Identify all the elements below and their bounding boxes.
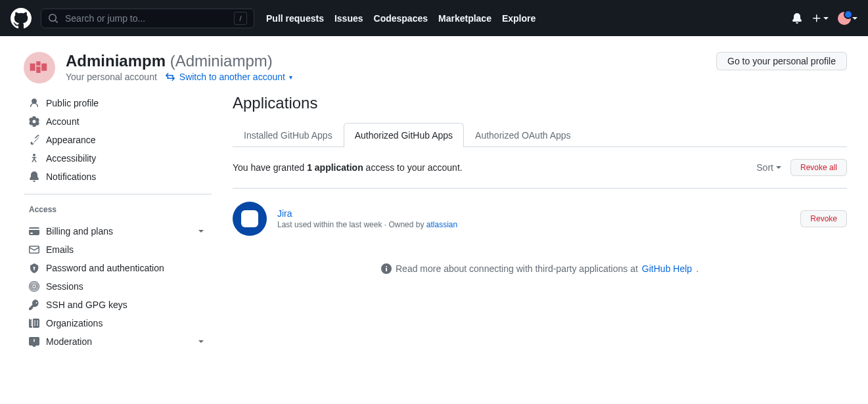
main-content: Applications Installed GitHub Apps Autho…: [233, 89, 847, 351]
nav-pull-requests[interactable]: Pull requests: [266, 13, 324, 24]
sidebar-item-public-profile[interactable]: Public profile: [24, 94, 212, 112]
avatar-icon: [29, 61, 50, 74]
create-new-dropdown[interactable]: [811, 13, 829, 24]
app-meta-text: Last used within the last week · Owned b…: [277, 220, 457, 229]
search-input[interactable]: [64, 12, 229, 24]
header-right: [792, 12, 857, 25]
user-avatar-menu[interactable]: [838, 12, 857, 25]
nav-issues[interactable]: Issues: [334, 13, 363, 24]
revoke-all-button[interactable]: Revoke all: [790, 159, 847, 176]
sidebar-item-password[interactable]: Password and authentication: [24, 259, 212, 277]
broadcast-icon: [29, 281, 39, 292]
jira-app-icon: [233, 202, 267, 236]
app-owner-link[interactable]: atlassian: [426, 220, 457, 229]
sidebar-item-accessibility[interactable]: Accessibility: [24, 149, 212, 168]
account-subtitle: Your personal account: [66, 72, 157, 82]
sidebar-item-ssh-keys[interactable]: SSH and GPG keys: [24, 296, 212, 314]
sort-dropdown[interactable]: Sort: [756, 162, 781, 173]
paintbrush-icon: [29, 135, 39, 145]
shield-lock-icon: [29, 263, 39, 273]
svg-rect-0: [30, 64, 35, 71]
nav-explore[interactable]: Explore: [502, 13, 536, 24]
github-logo[interactable]: [11, 8, 32, 29]
sidebar-group-access: Access: [24, 200, 212, 217]
page-title: Adminiampm (Adminiampm): [66, 52, 292, 70]
go-to-profile-button[interactable]: Go to your personal profile: [716, 52, 847, 70]
app-tabs: Installed GitHub Apps Authorized GitHub …: [233, 123, 847, 147]
report-icon: [29, 336, 39, 347]
section-heading: Applications: [233, 94, 847, 112]
global-search[interactable]: /: [41, 9, 254, 28]
info-icon: [381, 263, 392, 274]
page-head: Adminiampm (Adminiampm) Your personal ac…: [0, 36, 868, 89]
grant-summary-row: You have granted 1 application access to…: [233, 147, 847, 189]
chevron-down-icon: [196, 336, 206, 347]
sidebar-item-account[interactable]: Account: [24, 112, 212, 131]
svg-rect-1: [36, 61, 40, 65]
notifications-icon[interactable]: [792, 13, 802, 24]
search-hotkey: /: [234, 12, 247, 25]
nav-marketplace[interactable]: Marketplace: [438, 13, 491, 24]
sidebar-item-billing[interactable]: Billing and plans: [24, 222, 212, 240]
sidebar-item-notifications[interactable]: Notifications: [24, 168, 212, 186]
grant-text: You have granted 1 application access to…: [233, 162, 463, 173]
caret-down-icon: [776, 165, 781, 170]
person-icon: [29, 98, 39, 108]
top-header: / Pull requests Issues Codespaces Market…: [0, 0, 868, 36]
tab-installed-apps[interactable]: Installed GitHub Apps: [233, 123, 344, 147]
nav-codespaces[interactable]: Codespaces: [374, 13, 428, 24]
organization-icon: [29, 318, 39, 328]
user-name-group: Adminiampm (Adminiampm) Your personal ac…: [66, 52, 292, 82]
user-handle: (Adminiampm): [170, 52, 273, 70]
search-icon: [48, 13, 58, 24]
chevron-down-icon: [196, 226, 206, 236]
app-name-link[interactable]: Jira: [277, 208, 457, 219]
switch-icon: [165, 72, 175, 82]
bell-icon: [29, 171, 39, 182]
accessibility-icon: [29, 153, 39, 164]
gear-icon: [29, 116, 39, 127]
svg-rect-2: [36, 66, 40, 73]
profile-avatar: [24, 52, 55, 83]
settings-sidebar: Public profile Account Appearance Access…: [24, 89, 212, 351]
sidebar-item-emails[interactable]: Emails: [24, 240, 212, 259]
svg-rect-3: [41, 64, 47, 71]
key-icon: [29, 300, 39, 310]
tab-authorized-github-apps[interactable]: Authorized GitHub Apps: [344, 123, 464, 147]
top-nav: Pull requests Issues Codespaces Marketpl…: [266, 13, 536, 24]
revoke-button[interactable]: Revoke: [800, 210, 847, 227]
display-name: Adminiampm: [66, 52, 166, 70]
footer-info: Read more about connecting with third-pa…: [233, 249, 847, 274]
mail-icon: [29, 244, 39, 255]
caret-down-icon: ▾: [289, 74, 292, 81]
tab-authorized-oauth-apps[interactable]: Authorized OAuth Apps: [464, 123, 582, 147]
sidebar-item-appearance[interactable]: Appearance: [24, 131, 212, 149]
credit-card-icon: [29, 226, 39, 236]
github-help-link[interactable]: GitHub Help: [642, 263, 692, 274]
app-row-jira: Jira Last used within the last week · Ow…: [233, 189, 847, 249]
sidebar-item-organizations[interactable]: Organizations: [24, 314, 212, 332]
sidebar-item-sessions[interactable]: Sessions: [24, 277, 212, 296]
switch-account-link[interactable]: Switch to another account ▾: [165, 72, 292, 82]
sidebar-item-moderation[interactable]: Moderation: [24, 332, 212, 351]
